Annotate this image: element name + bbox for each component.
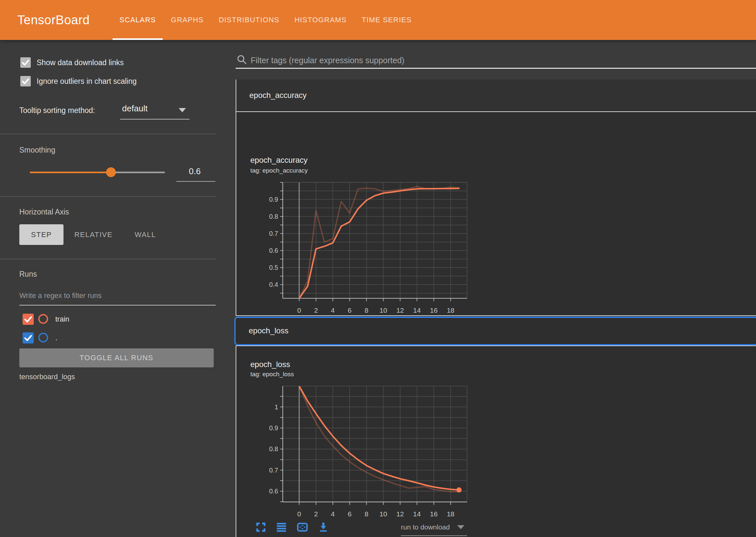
section-title: epoch_accuracy	[249, 80, 756, 111]
tab-histograms[interactable]: HISTOGRAMS	[294, 0, 347, 40]
tab-graphs[interactable]: GRAPHS	[171, 0, 204, 40]
svg-text:2: 2	[314, 510, 318, 518]
smoothing-label: Smoothing	[19, 146, 55, 154]
section-title: epoch_loss	[249, 318, 756, 344]
smoothing-slider-fill	[30, 172, 111, 173]
svg-text:16: 16	[430, 307, 437, 314]
smoothing-slider-thumb[interactable]	[106, 167, 116, 177]
filter-tags-input[interactable]: Filter tags (regular expressions support…	[251, 56, 404, 65]
run-to-download-label: run to download	[401, 523, 450, 531]
chart-title: epoch_loss	[250, 360, 290, 369]
epoch-loss-chart[interactable]: 0.60.70.80.91024681012141618	[242, 376, 478, 527]
svg-text:0.6: 0.6	[269, 487, 278, 495]
checkbox-show-data-download-links[interactable]	[20, 57, 31, 68]
run-color-swatch	[38, 333, 48, 343]
svg-text:0.5: 0.5	[269, 264, 278, 271]
svg-text:10: 10	[380, 510, 387, 518]
chevron-down-icon[interactable]	[179, 108, 186, 112]
divider	[0, 196, 216, 197]
run-checkbox-dot[interactable]	[22, 332, 34, 344]
svg-text:1: 1	[275, 403, 278, 411]
search-icon	[237, 54, 247, 65]
toggle-y-axis-icon[interactable]	[276, 522, 287, 532]
svg-text:18: 18	[447, 307, 454, 314]
section-content-epoch-loss: epoch_loss tag: epoch_loss 0.60.70.80.91…	[236, 346, 756, 537]
log-dir-label: tensorboard_logs	[19, 373, 75, 381]
runs-label: Runs	[19, 270, 37, 279]
divider	[0, 134, 216, 134]
svg-text:0.4: 0.4	[269, 281, 278, 288]
svg-text:0.8: 0.8	[269, 213, 278, 220]
run-checkbox-train[interactable]	[22, 314, 34, 325]
svg-text:16: 16	[430, 510, 437, 518]
divider	[0, 259, 216, 259]
run-to-download-underline	[401, 535, 467, 536]
fit-domain-icon[interactable]	[297, 522, 308, 532]
svg-text:6: 6	[348, 307, 352, 314]
svg-text:0.9: 0.9	[269, 196, 278, 203]
svg-text:12: 12	[396, 307, 404, 314]
svg-text:0.8: 0.8	[269, 445, 278, 453]
svg-text:0.7: 0.7	[269, 467, 278, 474]
filter-tags-underline	[236, 68, 756, 69]
section-header-epoch-loss[interactable]: epoch_loss	[234, 317, 756, 346]
smoothing-value-underline	[176, 181, 215, 182]
smoothing-value-input[interactable]: 0.6	[189, 166, 201, 177]
chevron-down-icon	[457, 525, 464, 529]
svg-text:14: 14	[413, 510, 421, 518]
tab-distributions[interactable]: DISTRIBUTIONS	[219, 0, 280, 40]
fullscreen-icon[interactable]	[256, 522, 266, 532]
epoch-accuracy-chart[interactable]: 0.40.50.60.70.80.9024681012141618	[242, 173, 478, 323]
svg-text:18: 18	[447, 510, 454, 518]
toggle-all-runs-button[interactable]: TOGGLE ALL RUNS	[19, 349, 214, 367]
section-content-epoch-accuracy: epoch_accuracy tag: epoch_accuracy 0.40.…	[236, 111, 756, 316]
chart-toolbar	[256, 522, 328, 532]
svg-text:8: 8	[364, 510, 368, 518]
checkbox-ignore-outliers-in-chart-scaling[interactable]	[20, 76, 31, 86]
svg-text:14: 14	[413, 307, 421, 314]
svg-text:0.7: 0.7	[269, 230, 278, 237]
horizontal-axis-label: Horizontal Axis	[19, 208, 69, 217]
svg-text:0: 0	[297, 510, 301, 518]
checkbox-label: Show data download links	[37, 57, 124, 68]
chart-title: epoch_accuracy	[250, 155, 308, 165]
runs-filter-underline	[19, 305, 216, 306]
tooltip-sorting-label: Tooltip sorting method:	[19, 106, 95, 115]
svg-text:12: 12	[396, 510, 404, 518]
run-label: train	[55, 314, 69, 325]
tab-time-series[interactable]: TIME SERIES	[361, 0, 412, 40]
app-header: TensorBoard SCALARSGRAPHSDISTRIBUTIONSHI…	[0, 0, 756, 40]
tooltip-sorting-select[interactable]: default	[122, 103, 148, 114]
tab-scalars[interactable]: SCALARS	[120, 0, 156, 40]
svg-text:6: 6	[348, 510, 352, 518]
section-header-epoch-accuracy[interactable]: epoch_accuracy	[236, 80, 756, 111]
app-title: TensorBoard	[17, 0, 90, 40]
svg-text:8: 8	[364, 307, 368, 314]
axis-option-wall[interactable]: WALL	[134, 224, 156, 245]
nav-tabs: SCALARSGRAPHSDISTRIBUTIONSHISTOGRAMSTIME…	[120, 0, 412, 40]
svg-text:4: 4	[331, 307, 335, 314]
axis-option-step[interactable]: STEP	[19, 224, 63, 245]
runs-filter-input[interactable]: Write a regex to filter runs	[19, 291, 101, 300]
checkbox-label: Ignore outliers in chart scaling	[37, 76, 137, 86]
svg-text:0.9: 0.9	[269, 424, 278, 432]
run-label: .	[55, 332, 57, 344]
svg-text:10: 10	[380, 307, 387, 314]
tooltip-sorting-underline	[120, 119, 189, 119]
svg-text:0.6: 0.6	[269, 247, 278, 254]
download-icon[interactable]	[318, 522, 328, 532]
run-to-download-select[interactable]: run to download	[401, 523, 467, 531]
axis-option-relative[interactable]: RELATIVE	[75, 224, 112, 245]
run-color-swatch	[38, 314, 48, 324]
tensorboard-app: TensorBoard SCALARSGRAPHSDISTRIBUTIONSHI…	[0, 0, 756, 537]
svg-text:0: 0	[297, 307, 301, 314]
svg-text:2: 2	[314, 307, 318, 314]
smoothing-slider[interactable]	[30, 172, 165, 173]
svg-text:4: 4	[331, 510, 335, 518]
